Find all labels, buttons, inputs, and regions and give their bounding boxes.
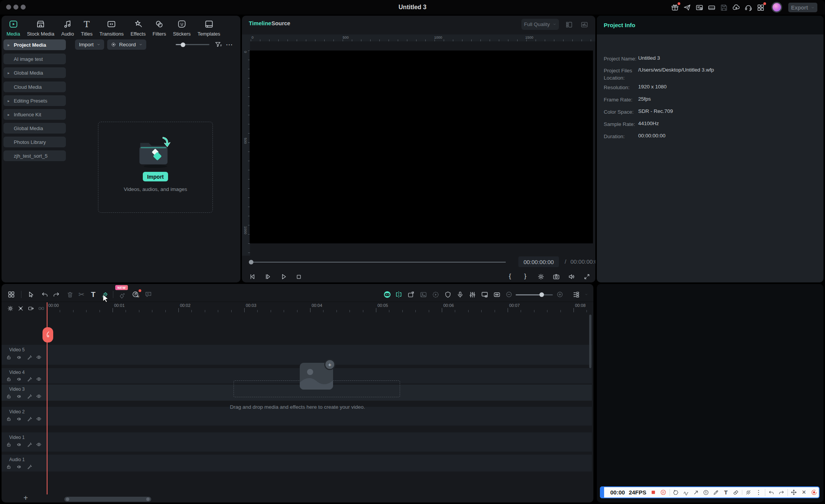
annotation-redo-icon[interactable]	[776, 488, 786, 497]
scrollbar-left-handle[interactable]	[66, 497, 69, 501]
annotation-undo-icon[interactable]	[766, 488, 776, 497]
volume-icon[interactable]	[567, 272, 577, 282]
pause-recording-icon[interactable]	[658, 488, 668, 497]
scrubber-handle[interactable]	[249, 260, 253, 264]
import-button[interactable]: Import	[143, 172, 168, 181]
timeline-h-scrollbar[interactable]	[64, 497, 151, 502]
sidebar-item-global-media[interactable]: ▸ Global Media	[3, 67, 66, 78]
timeline-v-scrollbar[interactable]	[589, 315, 591, 368]
gift-icon[interactable]	[670, 3, 680, 12]
arrow-tool-icon[interactable]	[691, 488, 701, 497]
sidebar-item-project-media[interactable]: ▸ Project Media	[3, 39, 66, 50]
support-headset-icon[interactable]	[744, 3, 753, 12]
timeline-settings-gear-icon[interactable]	[6, 304, 14, 312]
avatar[interactable]	[771, 2, 782, 13]
pen-draw-tool-icon[interactable]	[101, 290, 109, 299]
media-browser-toggle-icon[interactable]	[7, 290, 16, 299]
fullscreen-icon[interactable]	[582, 272, 592, 282]
track-mute-icon[interactable]	[16, 354, 22, 360]
preview-settings-icon[interactable]	[536, 272, 546, 282]
track-lock-icon[interactable]	[6, 376, 11, 382]
quality-dropdown[interactable]: Full Quality	[521, 19, 559, 30]
tab-stickers[interactable]: Stickers	[170, 16, 194, 37]
slider-handle[interactable]	[539, 292, 544, 297]
image-overlay-icon[interactable]	[419, 290, 428, 299]
sidebar-item-global-media-2[interactable]: Global Media	[3, 123, 66, 134]
render-queue-icon[interactable]	[695, 3, 704, 12]
shape-tool-icon[interactable]	[671, 488, 681, 497]
track-enhance-icon[interactable]	[26, 416, 32, 422]
track-mute-icon[interactable]	[16, 442, 22, 447]
track-lane-video1[interactable]	[2, 432, 592, 452]
track-visibility-eye-icon[interactable]	[36, 442, 42, 447]
apps-grid-icon[interactable]	[756, 3, 765, 12]
sidebar-item-influence-kit[interactable]: ▸ Influence Kit	[3, 109, 66, 120]
slider-handle[interactable]	[181, 42, 185, 47]
number-step-tool-icon[interactable]	[701, 488, 711, 497]
undo-icon[interactable]	[40, 290, 49, 299]
ai-copilot-icon[interactable]	[383, 290, 392, 299]
tab-templates[interactable]: Templates	[194, 16, 224, 37]
sidebar-item-cloud-media[interactable]: Cloud Media	[3, 82, 66, 92]
preview-scrubber[interactable]	[250, 262, 506, 263]
import-dropdown-button[interactable]: Import	[75, 39, 104, 50]
current-timecode[interactable]: 00:00:00:00	[518, 256, 559, 267]
mask-shield-icon[interactable]	[443, 290, 452, 299]
track-enhance-icon[interactable]	[26, 376, 32, 382]
ai-audio-icon[interactable]: AI	[131, 290, 140, 299]
track-lock-icon[interactable]	[6, 354, 11, 360]
sidebar-item-zjh-test-sort-5[interactable]: zjh_test_sort_5	[3, 150, 66, 161]
previous-frame-button[interactable]	[247, 272, 257, 282]
track-lock-icon[interactable]	[6, 416, 11, 422]
track-enhance-icon[interactable]	[26, 442, 32, 447]
zoom-out-icon[interactable]	[505, 290, 513, 299]
move-toolbar-icon[interactable]	[789, 488, 799, 497]
voiceover-mic-icon[interactable]	[456, 290, 464, 299]
tab-timeline-preview[interactable]: Timeline	[249, 20, 271, 26]
track-height-icon[interactable]	[572, 290, 580, 299]
keyframe-add-icon[interactable]	[118, 291, 126, 300]
layout-grid-icon[interactable]	[564, 20, 573, 29]
timeline-ruler[interactable]: 00:00 00:01 00:02 00:03 00:04 00:05 00:0…	[47, 302, 592, 314]
track-lock-icon[interactable]	[6, 393, 11, 399]
redo-icon[interactable]	[52, 290, 60, 299]
marker-clip-icon[interactable]	[407, 290, 415, 299]
sidebar-item-photos-library[interactable]: Photos Library	[3, 137, 66, 147]
track-visibility-eye-icon[interactable]	[36, 416, 42, 422]
touchbar-icon[interactable]	[707, 3, 716, 12]
save-icon[interactable]	[719, 3, 729, 12]
track-visibility-eye-icon[interactable]	[36, 376, 42, 382]
link-media-icon[interactable]	[27, 304, 35, 312]
magnetic-timeline-icon[interactable]	[37, 304, 45, 312]
tab-source-preview[interactable]: Source	[271, 20, 290, 26]
record-dropdown-button[interactable]: Record	[107, 39, 146, 50]
track-height-caret-icon[interactable]	[583, 290, 589, 299]
next-frame-button[interactable]	[263, 272, 273, 282]
tab-transitions[interactable]: Transitions	[96, 16, 127, 37]
track-mute-icon[interactable]	[16, 376, 22, 382]
track-enhance-icon[interactable]	[26, 354, 32, 360]
select-tool-icon[interactable]	[26, 290, 35, 299]
smart-split-icon[interactable]	[394, 290, 403, 299]
filter-funnel-icon[interactable]	[214, 40, 223, 49]
playhead-marker-handle[interactable]	[42, 327, 53, 343]
sidebar-item-editing-presets[interactable]: ▸ Editing Presets	[3, 95, 66, 106]
eraser-tool-icon[interactable]	[731, 488, 741, 497]
tab-effects[interactable]: Effects	[127, 16, 149, 37]
text-tool-icon[interactable]: T	[89, 290, 98, 299]
track-mute-icon[interactable]	[16, 393, 22, 399]
tab-titles[interactable]: T Titles	[77, 16, 96, 37]
annotation-drag-grip[interactable]	[600, 486, 604, 498]
more-tools-icon[interactable]: ⋮	[753, 488, 763, 497]
tab-media[interactable]: Media	[3, 16, 23, 37]
highlighter-hatch-icon[interactable]	[743, 488, 753, 497]
freehand-tool-icon[interactable]	[681, 488, 691, 497]
add-track-button[interactable]: +	[21, 494, 30, 502]
auto-ripple-icon[interactable]	[492, 290, 501, 299]
record-target-icon[interactable]	[809, 488, 819, 497]
track-lock-icon[interactable]	[6, 464, 11, 470]
scrollbar-right-handle[interactable]	[146, 497, 150, 501]
track-mute-icon[interactable]	[16, 416, 22, 422]
stop-recording-icon[interactable]	[648, 488, 658, 497]
share-icon[interactable]	[683, 3, 692, 12]
